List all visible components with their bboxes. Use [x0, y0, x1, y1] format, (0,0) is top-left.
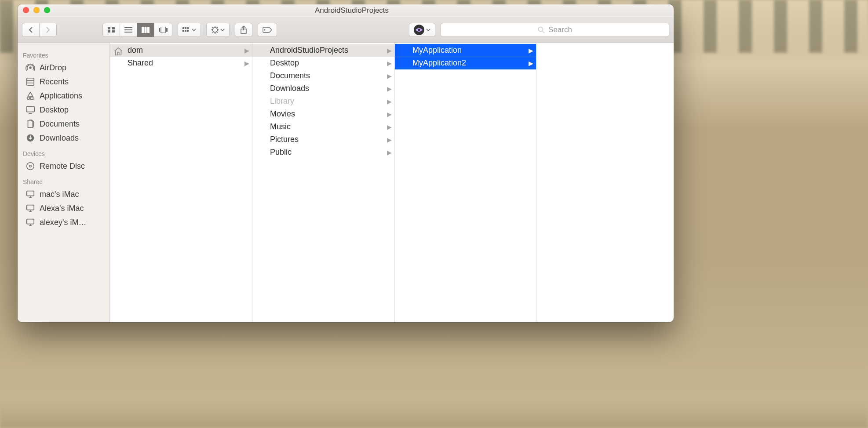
sidebar-item-label: alexey's iM… — [40, 218, 86, 227]
sidebar-item[interactable]: alexey's iM… — [18, 215, 109, 229]
folder-icon — [256, 59, 266, 67]
svg-line-27 — [217, 27, 218, 28]
svg-line-24 — [212, 27, 213, 28]
file-row-label: MyApplication — [412, 46, 524, 55]
svg-rect-11 — [161, 27, 165, 33]
column-browser: dom▶Shared▶AndroidStudioProjects▶Desktop… — [110, 43, 674, 322]
sidebar-heading: Shared — [18, 173, 109, 187]
file-row-label: AndroidStudioProjects — [270, 46, 383, 55]
sidebar-item[interactable]: AirDrop — [18, 61, 109, 75]
sidebar-heading: Favorites — [18, 47, 109, 61]
disc-icon — [26, 161, 35, 171]
file-row[interactable]: Library▶ — [252, 95, 394, 108]
sidebar-item[interactable]: Alexa's iMac — [18, 201, 109, 215]
svg-rect-12 — [166, 28, 168, 32]
sidebar-item[interactable]: Documents — [18, 117, 109, 131]
sidebar-item-label: Documents — [40, 120, 80, 129]
view-mode-group — [102, 23, 172, 37]
gallery-view-button[interactable] — [154, 23, 172, 37]
search-field[interactable]: Search — [441, 23, 669, 37]
svg-rect-39 — [31, 97, 33, 100]
chevron-right-icon: ▶ — [387, 60, 392, 67]
folder-icon — [256, 85, 266, 93]
svg-rect-7 — [142, 27, 144, 33]
browser-column[interactable]: dom▶Shared▶ — [110, 43, 252, 322]
chevron-right-icon: ▶ — [244, 47, 249, 54]
sidebar-item[interactable]: Remote Disc — [18, 159, 109, 173]
file-row[interactable]: dom▶ — [110, 44, 252, 57]
file-row[interactable]: Movies▶ — [252, 108, 394, 120]
minimize-window-button[interactable] — [33, 7, 40, 13]
imac-icon — [26, 218, 35, 227]
close-window-button[interactable] — [23, 7, 29, 13]
file-row[interactable]: AndroidStudioProjects▶ — [252, 44, 394, 57]
tags-button[interactable] — [258, 23, 277, 37]
titlebar[interactable]: AndroidStudioProjects — [18, 4, 674, 17]
imac-icon — [26, 189, 35, 199]
file-row[interactable]: Desktop▶ — [252, 57, 394, 69]
svg-point-44 — [29, 165, 32, 167]
svg-rect-1 — [112, 27, 115, 29]
svg-rect-40 — [26, 107, 34, 112]
svg-line-26 — [212, 32, 213, 33]
file-row[interactable]: Downloads▶ — [252, 82, 394, 95]
browser-column[interactable]: MyApplication▶MyApplication2▶ — [395, 43, 536, 322]
downloads-icon — [26, 133, 35, 143]
imac-icon — [26, 203, 35, 213]
folder-icon — [256, 47, 266, 54]
file-row[interactable]: Pictures▶ — [252, 133, 394, 146]
svg-point-34 — [29, 66, 32, 69]
toolbar: Search — [18, 17, 674, 43]
sidebar-item[interactable]: mac's iMac — [18, 187, 109, 201]
action-menu-button[interactable] — [206, 23, 230, 37]
file-row[interactable]: Public▶ — [252, 146, 394, 159]
svg-point-38 — [27, 97, 29, 100]
file-row-label: Movies — [270, 109, 383, 119]
svg-point-19 — [213, 27, 218, 32]
zoom-window-button[interactable] — [44, 7, 50, 13]
dropbox-smartsync-button[interactable] — [409, 23, 435, 37]
search-icon — [538, 26, 545, 33]
file-row-label: Downloads — [270, 84, 383, 93]
browser-column[interactable] — [536, 43, 672, 322]
sidebar-item[interactable]: Desktop — [18, 103, 109, 117]
file-row-label: Desktop — [270, 58, 383, 68]
share-button[interactable] — [235, 23, 252, 37]
sidebar-item[interactable]: Downloads — [18, 131, 109, 145]
sidebar-heading: Devices — [18, 145, 109, 159]
home-icon — [113, 47, 123, 54]
svg-point-30 — [264, 29, 266, 30]
column-view-button[interactable] — [137, 23, 154, 37]
file-row-label: Shared — [128, 58, 240, 68]
file-row[interactable]: Shared▶ — [110, 57, 252, 69]
svg-rect-9 — [147, 27, 150, 33]
back-button[interactable] — [22, 23, 40, 37]
folder-icon — [256, 98, 266, 105]
sidebar-item-label: Recents — [40, 77, 69, 87]
icon-view-button[interactable] — [102, 23, 120, 37]
svg-line-33 — [543, 31, 545, 33]
svg-rect-8 — [145, 27, 147, 33]
svg-rect-18 — [187, 30, 189, 32]
list-view-button[interactable] — [120, 23, 137, 37]
sidebar-item[interactable]: Recents — [18, 75, 109, 89]
file-row[interactable]: Music▶ — [252, 120, 394, 133]
svg-rect-13 — [182, 27, 184, 29]
chevron-right-icon: ▶ — [387, 47, 392, 54]
arrange-menu-button[interactable] — [178, 23, 201, 37]
forward-button[interactable] — [39, 23, 57, 37]
sidebar-item-label: Alexa's iMac — [40, 204, 84, 213]
chevron-right-icon: ▶ — [387, 136, 392, 143]
svg-rect-10 — [159, 28, 160, 32]
svg-rect-45 — [27, 191, 34, 196]
recents-icon — [26, 77, 35, 87]
sidebar-item[interactable]: Applications — [18, 89, 109, 103]
file-row[interactable]: MyApplication2▶ — [395, 57, 536, 69]
file-row[interactable]: Documents▶ — [252, 69, 394, 82]
file-row[interactable]: MyApplication▶ — [395, 44, 536, 57]
eye-icon — [414, 25, 424, 35]
svg-point-31 — [418, 29, 420, 31]
applications-icon — [26, 91, 35, 101]
browser-column[interactable]: AndroidStudioProjects▶Desktop▶Documents▶… — [252, 43, 395, 322]
chevron-right-icon: ▶ — [387, 73, 392, 80]
